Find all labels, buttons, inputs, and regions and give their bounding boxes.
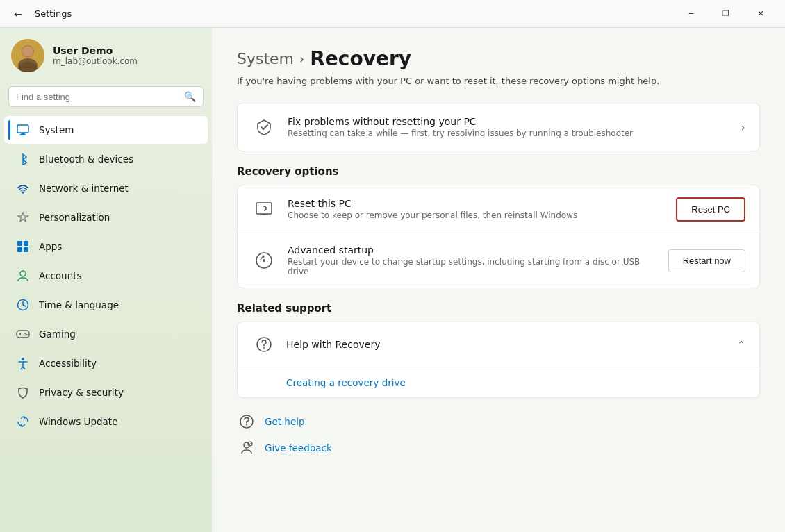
sidebar: User Demo m_lab@outlook.com 🔍 System Blu… xyxy=(0,28,212,532)
advanced-startup-desc: Restart your device to change startup se… xyxy=(288,257,657,276)
svg-rect-9 xyxy=(17,241,22,246)
sidebar-item-system[interactable]: System xyxy=(4,116,208,144)
advanced-startup-title: Advanced startup xyxy=(288,244,657,256)
svg-point-20 xyxy=(263,206,265,207)
fix-problems-desc: Resetting can take a while — first, try … xyxy=(288,128,730,138)
user-info: User Demo m_lab@outlook.com xyxy=(53,45,138,66)
main-content: System › Recovery If you're having probl… xyxy=(212,28,785,532)
give-feedback-item[interactable]: Give feedback xyxy=(237,438,760,458)
svg-point-8 xyxy=(22,192,24,194)
personalization-icon xyxy=(15,210,31,225)
give-feedback-icon xyxy=(237,438,256,458)
sidebar-item-accounts-label: Accounts xyxy=(39,270,82,281)
support-content: Creating a recovery drive xyxy=(238,367,759,397)
sidebar-item-bluetooth-label: Bluetooth & devices xyxy=(39,153,133,165)
fix-problems-card: Fix problems without resetting your PC R… xyxy=(237,103,760,151)
svg-point-3 xyxy=(22,46,33,57)
advanced-startup-icon xyxy=(251,248,276,273)
svg-rect-11 xyxy=(17,247,22,252)
gaming-icon xyxy=(15,326,31,342)
search-icon: 🔍 xyxy=(184,91,196,102)
user-email: m_lab@outlook.com xyxy=(53,56,138,66)
support-card: Help with Recovery ⌃ Creating a recovery… xyxy=(237,322,760,398)
fix-problems-text: Fix problems without resetting your PC R… xyxy=(288,116,730,138)
reset-pc-text: Reset this PC Choose to keep or remove y… xyxy=(288,198,665,220)
avatar xyxy=(11,39,44,72)
breadcrumb: System › Recovery xyxy=(237,47,760,70)
apps-icon xyxy=(15,239,31,254)
sidebar-item-accessibility-label: Accessibility xyxy=(39,358,97,369)
sidebar-item-bluetooth[interactable]: Bluetooth & devices xyxy=(4,145,208,173)
window-controls: − ❐ ✕ xyxy=(675,3,777,25)
sidebar-item-accounts[interactable]: Accounts xyxy=(4,262,208,290)
svg-point-13 xyxy=(20,271,26,276)
back-button[interactable]: ← xyxy=(8,4,28,24)
reset-pc-item[interactable]: Reset this PC Choose to keep or remove y… xyxy=(238,185,759,233)
give-feedback-link[interactable]: Give feedback xyxy=(265,442,332,454)
advanced-startup-action: Restart now xyxy=(668,249,745,272)
system-icon xyxy=(15,122,31,138)
sidebar-item-personalization[interactable]: Personalization xyxy=(4,203,208,231)
svg-rect-19 xyxy=(256,203,272,214)
network-icon xyxy=(15,181,31,196)
svg-point-18 xyxy=(22,358,24,360)
restart-now-button[interactable]: Restart now xyxy=(668,249,745,272)
sidebar-item-accessibility[interactable]: Accessibility xyxy=(4,349,208,377)
sidebar-item-update-label: Windows Update xyxy=(39,416,117,427)
get-help-link[interactable]: Get help xyxy=(265,416,305,427)
fix-problems-item[interactable]: Fix problems without resetting your PC R… xyxy=(238,103,759,151)
search-input[interactable] xyxy=(16,92,179,102)
support-chevron-up-icon: ⌃ xyxy=(737,339,745,350)
close-button[interactable]: ✕ xyxy=(745,3,777,25)
fix-problems-title: Fix problems without resetting your PC xyxy=(288,116,730,127)
bluetooth-icon xyxy=(15,151,31,167)
reset-pc-title: Reset this PC xyxy=(288,198,665,209)
time-icon xyxy=(15,297,31,313)
reset-pc-button[interactable]: Reset PC xyxy=(676,197,745,222)
sidebar-item-gaming-label: Gaming xyxy=(39,329,76,340)
help-recovery-header[interactable]: Help with Recovery ⌃ xyxy=(238,322,759,367)
sidebar-item-network[interactable]: Network & internet xyxy=(4,174,208,202)
reset-pc-desc: Choose to keep or remove your personal f… xyxy=(288,210,665,220)
search-box[interactable]: 🔍 xyxy=(8,86,204,107)
svg-rect-12 xyxy=(24,247,28,252)
sidebar-item-gaming[interactable]: Gaming xyxy=(4,320,208,348)
get-help-item[interactable]: Get help xyxy=(237,412,760,431)
help-recovery-icon xyxy=(251,332,276,357)
page-subtitle: If you're having problems with your PC o… xyxy=(237,76,760,86)
sidebar-item-apps-label: Apps xyxy=(39,241,62,252)
accounts-icon xyxy=(15,268,31,283)
fix-problems-icon xyxy=(251,115,276,140)
app-title: Settings xyxy=(35,8,72,19)
sidebar-item-privacy-label: Privacy & security xyxy=(39,387,124,398)
reset-pc-icon xyxy=(251,197,276,222)
recovery-options-label: Recovery options xyxy=(237,165,760,178)
titlebar: ← Settings − ❐ ✕ xyxy=(0,0,785,28)
user-profile[interactable]: User Demo m_lab@outlook.com xyxy=(0,28,212,83)
svg-rect-15 xyxy=(17,331,29,338)
sidebar-item-personalization-label: Personalization xyxy=(39,212,110,223)
svg-rect-10 xyxy=(24,241,28,246)
sidebar-item-apps[interactable]: Apps xyxy=(4,233,208,260)
svg-rect-5 xyxy=(17,125,28,133)
sidebar-item-update[interactable]: Windows Update xyxy=(4,408,208,435)
svg-point-22 xyxy=(263,259,265,262)
sidebar-item-time-label: Time & language xyxy=(39,299,119,310)
reset-pc-action: Reset PC xyxy=(676,197,745,222)
svg-point-16 xyxy=(25,333,26,335)
recovery-drive-link[interactable]: Creating a recovery drive xyxy=(286,377,406,388)
sidebar-item-time[interactable]: Time & language xyxy=(4,291,208,319)
advanced-startup-item[interactable]: Advanced startup Restart your device to … xyxy=(238,233,759,288)
help-recovery-title: Help with Recovery xyxy=(286,339,727,350)
svg-point-26 xyxy=(246,424,247,426)
titlebar-left: ← Settings xyxy=(8,4,72,24)
restore-button[interactable]: ❐ xyxy=(710,3,742,25)
get-help-icon xyxy=(237,412,256,431)
privacy-icon xyxy=(15,385,31,400)
breadcrumb-parent[interactable]: System xyxy=(237,50,294,67)
sidebar-item-network-label: Network & internet xyxy=(39,183,129,194)
app-layout: User Demo m_lab@outlook.com 🔍 System Blu… xyxy=(0,28,785,532)
sidebar-item-system-label: System xyxy=(39,124,74,135)
minimize-button[interactable]: − xyxy=(675,3,707,25)
sidebar-item-privacy[interactable]: Privacy & security xyxy=(4,379,208,406)
